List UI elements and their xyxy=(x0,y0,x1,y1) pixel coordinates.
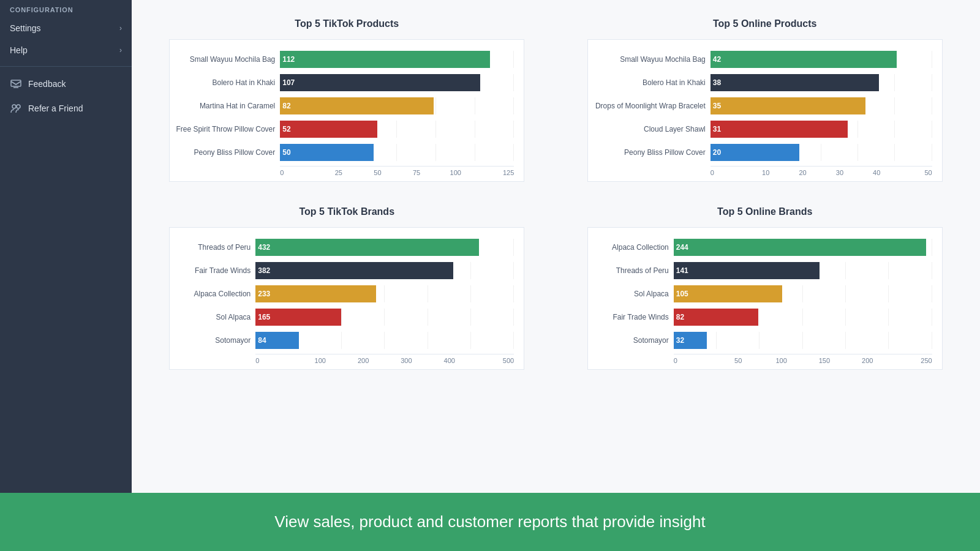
bar-row: Sol Alpaca105 xyxy=(588,284,932,304)
bar-fill: 141 xyxy=(674,262,820,279)
bar-fill: 112 xyxy=(280,51,489,68)
bar-fill: 42 xyxy=(710,51,897,68)
chart-tiktok-brands-area: Threads of Peru432Fair Trade Winds382Alp… xyxy=(169,227,524,370)
bar-label: Sotomayor xyxy=(170,336,255,345)
x-axis: 01020304050 xyxy=(710,166,932,176)
bar-track: 42 xyxy=(710,51,932,68)
chart-tiktok-products-area: Small Wayuu Mochila Bag112Bolero Hat in … xyxy=(169,39,524,182)
bar-value-label: 165 xyxy=(258,309,342,326)
bar-track: 31 xyxy=(710,121,932,138)
bar-label: Bolero Hat in Khaki xyxy=(170,78,280,87)
feedback-icon xyxy=(10,78,22,90)
bar-track: 20 xyxy=(710,144,932,161)
bar-value-label: 20 xyxy=(713,144,801,161)
bar-row: Drops of Moonlight Wrap Bracelet35 xyxy=(588,96,932,116)
chart-tiktok-products-title: Top 5 TikTok Products xyxy=(169,18,524,29)
footer-text: View sales, product and customer reports… xyxy=(274,512,705,531)
bar-track: 38 xyxy=(710,74,932,91)
x-axis: 050100150200250 xyxy=(674,354,932,364)
bar-fill: 105 xyxy=(674,285,782,302)
sidebar-divider xyxy=(0,66,132,67)
bar-row: Sotomayor84 xyxy=(170,331,514,350)
bar-value-label: 112 xyxy=(282,51,491,68)
x-tick: 400 xyxy=(428,357,471,364)
bar-value-label: 82 xyxy=(676,309,760,326)
refer-label: Refer a Friend xyxy=(28,103,83,113)
bar-fill: 84 xyxy=(255,332,299,349)
bar-fill: 244 xyxy=(674,239,926,256)
bar-track: 52 xyxy=(280,121,514,138)
bar-row: Threads of Peru432 xyxy=(170,238,514,257)
bar-track: 82 xyxy=(674,309,932,326)
bar-track: 233 xyxy=(255,285,514,302)
bar-fill: 432 xyxy=(255,239,479,256)
bar-row: Peony Bliss Pillow Cover50 xyxy=(170,143,514,162)
bar-fill: 35 xyxy=(710,97,865,114)
sidebar-item-refer[interactable]: Refer a Friend xyxy=(0,96,132,121)
x-tick: 25 xyxy=(319,169,358,176)
bar-track: 50 xyxy=(280,144,514,161)
bar-track: 141 xyxy=(674,262,932,279)
bar-fill: 382 xyxy=(255,262,453,279)
help-label: Help xyxy=(10,45,119,55)
svg-point-3 xyxy=(17,105,20,108)
bar-track: 35 xyxy=(710,97,932,114)
chart-online-products-title: Top 5 Online Products xyxy=(587,18,943,29)
x-tick: 75 xyxy=(397,169,436,176)
x-tick: 125 xyxy=(475,169,514,176)
bar-track: 32 xyxy=(674,332,932,349)
bar-row: Free Spirit Throw Pillow Cover52 xyxy=(170,119,514,139)
bar-row: Threads of Peru141 xyxy=(588,261,932,280)
x-tick: 50 xyxy=(717,357,760,364)
bar-row: Peony Bliss Pillow Cover20 xyxy=(588,143,932,162)
bar-value-label: 32 xyxy=(676,332,708,349)
bar-value-label: 244 xyxy=(676,239,927,256)
bar-label: Drops of Moonlight Wrap Bracelet xyxy=(588,102,710,110)
bar-fill: 38 xyxy=(710,74,879,91)
bar-label: Alpaca Collection xyxy=(588,243,674,252)
bar-track: 432 xyxy=(255,239,514,256)
refer-icon xyxy=(10,102,22,114)
x-tick: 200 xyxy=(846,357,889,364)
sidebar-item-help[interactable]: Help › xyxy=(0,39,132,61)
bar-track: 382 xyxy=(255,262,514,279)
charts-top-row: Top 5 TikTok Products Small Wayuu Mochil… xyxy=(156,18,956,182)
bar-label: Sol Alpaca xyxy=(588,290,674,298)
bar-label: Peony Bliss Pillow Cover xyxy=(170,148,280,157)
feedback-label: Feedback xyxy=(28,79,66,89)
sidebar: CONFIGURATION Settings › Help › Feedbac xyxy=(0,0,132,493)
bar-fill: 82 xyxy=(674,309,758,326)
x-tick: 0 xyxy=(280,169,319,176)
bar-value-label: 50 xyxy=(282,144,375,161)
bar-value-label: 84 xyxy=(258,332,300,349)
bar-row: Fair Trade Winds82 xyxy=(588,307,932,327)
charts-bottom-row: Top 5 TikTok Brands Threads of Peru432Fa… xyxy=(156,206,956,370)
sidebar-item-settings[interactable]: Settings › xyxy=(0,17,132,39)
bar-row: Small Wayuu Mochila Bag42 xyxy=(588,50,932,69)
chart-tiktok-brands-title: Top 5 TikTok Brands xyxy=(169,206,524,217)
x-tick: 100 xyxy=(436,169,475,176)
main-content: Top 5 TikTok Products Small Wayuu Mochil… xyxy=(132,0,980,493)
bar-value-label: 107 xyxy=(282,74,481,91)
bar-label: Bolero Hat in Khaki xyxy=(588,78,710,87)
chart-tiktok-brands: Top 5 TikTok Brands Threads of Peru432Fa… xyxy=(169,206,524,370)
bar-fill: 233 xyxy=(255,285,376,302)
bar-value-label: 105 xyxy=(676,285,783,302)
x-tick: 50 xyxy=(358,169,398,176)
chart-online-brands: Top 5 Online Brands Alpaca Collection244… xyxy=(587,206,943,370)
sidebar-section-label: CONFIGURATION xyxy=(0,0,132,17)
bar-label: Alpaca Collection xyxy=(170,290,255,298)
bar-fill: 32 xyxy=(674,332,707,349)
settings-label: Settings xyxy=(10,23,119,33)
x-tick: 200 xyxy=(342,357,385,364)
x-tick: 0 xyxy=(674,357,717,364)
x-tick: 500 xyxy=(471,357,514,364)
footer-banner: View sales, product and customer reports… xyxy=(0,493,980,551)
x-tick: 20 xyxy=(784,169,821,176)
svg-point-2 xyxy=(12,105,16,108)
chart-online-products-area: Small Wayuu Mochila Bag42Bolero Hat in K… xyxy=(587,39,943,182)
bar-value-label: 35 xyxy=(713,97,867,114)
bar-row: Cloud Layer Shawl31 xyxy=(588,119,932,139)
sidebar-item-feedback[interactable]: Feedback xyxy=(0,72,132,96)
bar-track: 105 xyxy=(674,285,932,302)
